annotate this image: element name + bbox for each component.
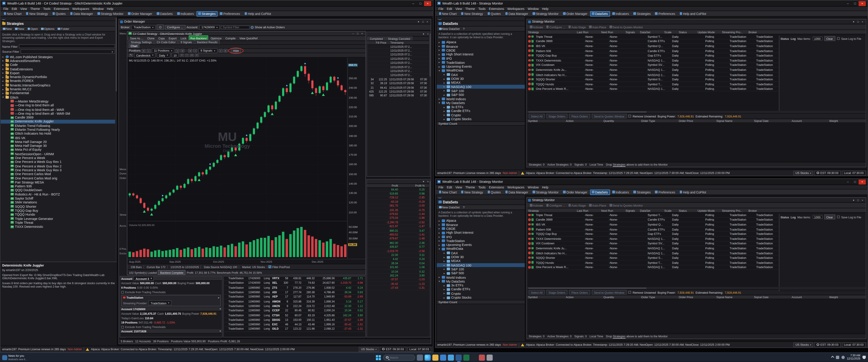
notification-bell-icon[interactable] bbox=[863, 356, 866, 359]
side-fragment[interactable]: 0 Positio bbox=[120, 248, 127, 250]
side-fragment[interactable]: Accoun bbox=[120, 224, 127, 227]
chart-scale-select[interactable]: Daily▾ bbox=[157, 53, 170, 58]
tree-item[interactable]: ▸ Code bbox=[0, 63, 117, 67]
tree-item[interactable]: SMA Variations bbox=[0, 200, 117, 204]
menu-item[interactable]: Workspaces bbox=[506, 7, 526, 10]
order-row[interactable]: 12/11/2025 07:2... bbox=[367, 65, 431, 69]
tree-item[interactable]: TQQQ Gap Buy bbox=[0, 208, 117, 213]
account1-select[interactable]: Account 3▾ bbox=[133, 276, 154, 281]
max-items-input[interactable] bbox=[812, 215, 822, 219]
profit-row[interactable]: 10.34 0.32 bbox=[367, 270, 431, 274]
sm-column-header[interactable]: Last Run bbox=[576, 208, 600, 212]
position-row[interactable]: TradeStation 11965960 Long GILD 17 123.2… bbox=[223, 327, 365, 332]
menu-item[interactable]: Tools bbox=[41, 7, 52, 10]
toolbar-button[interactable]: Help and CoPilot bbox=[243, 11, 273, 16]
profit-row[interactable]: -27.43 -1.31 bbox=[367, 286, 431, 290]
mail-icon[interactable] bbox=[448, 355, 454, 361]
dataset-tree-item[interactable]: ▸ 3x ETFs bbox=[437, 283, 525, 287]
tree-item[interactable]: One Percent a Week Guy Rev 3 bbox=[0, 168, 117, 172]
toolbar-button[interactable]: DataSets bbox=[155, 11, 175, 16]
tree-item[interactable]: Triple Threat bbox=[0, 221, 117, 225]
profit-row[interactable]: 39.34 0.04 bbox=[367, 261, 431, 266]
dataset-tree-item[interactable]: ▸ 3x ETFs bbox=[437, 105, 525, 109]
profit-row[interactable]: 4.42 0.24 bbox=[367, 257, 431, 261]
chart-tab-active[interactable]: Chart bbox=[128, 44, 140, 48]
expand-arrow-icon[interactable]: ▸ bbox=[443, 284, 445, 287]
menu-item[interactable]: Extensions bbox=[487, 185, 506, 189]
prev-position-button[interactable]: ‹ bbox=[147, 49, 151, 53]
dataset-tree-item[interactable]: ▸ Upcoming Events bbox=[437, 64, 525, 68]
profit-row[interactable]: 519.65 0.98 bbox=[367, 192, 431, 196]
expand-arrow-icon[interactable]: ▸ bbox=[438, 240, 440, 242]
dataset-tree-item[interactable]: ▸ Crypto Stocks bbox=[437, 117, 525, 121]
pp-col-profit-pct[interactable]: Profit % bbox=[399, 184, 426, 187]
profit-row[interactable]: 435.87 0.77 bbox=[367, 245, 431, 249]
tree-item[interactable]: Meta Half Damage 30 bbox=[0, 144, 117, 148]
expand-arrow-icon[interactable]: ▸ bbox=[443, 252, 445, 254]
select-all-button[interactable]: Select All bbox=[529, 114, 545, 118]
cp-tab[interactable]: Strategy Canceled bbox=[385, 37, 412, 40]
menu-item[interactable]: Window bbox=[526, 185, 540, 189]
tree-item[interactable]: —One ring to bind them all - WAR-SM bbox=[0, 112, 117, 116]
chart-toolbar-button[interactable]: View QuickRef bbox=[238, 35, 259, 40]
position-row[interactable]: TradeStation 11965960 Long AMZN 9 222.24… bbox=[223, 304, 365, 309]
file-explorer-icon[interactable] bbox=[432, 355, 438, 361]
tree-item[interactable]: Triple Leverage Generator bbox=[0, 217, 117, 221]
dataset-tree-item[interactable]: ▸ IPO bbox=[437, 57, 525, 61]
tree-item[interactable]: ▸ DataExtensions bbox=[0, 67, 117, 71]
zoom-out-icon[interactable]: − bbox=[185, 53, 189, 57]
send-to-quotes-button[interactable]: Send to Quotes Window bbox=[592, 114, 627, 118]
chart-type-select[interactable]: Candlestick▾ bbox=[134, 53, 156, 58]
sm-toolbar-button[interactable]: Auto-Place bbox=[588, 204, 607, 207]
signal-column-header[interactable]: Account bbox=[790, 119, 828, 122]
positions-select[interactable]: 11 Positions▾ bbox=[152, 48, 175, 53]
tree-item[interactable]: Robotics AI - Hit & Run - BOTZ bbox=[0, 192, 117, 196]
cw-minimize-button[interactable]: – bbox=[351, 32, 355, 35]
profit-row[interactable]: -275.04 -1.66 bbox=[367, 217, 431, 221]
sm-column-header[interactable]: Strategy bbox=[527, 208, 576, 212]
position-row[interactable]: TradeStation 11965960 Long ZTS 7 278.20 … bbox=[223, 286, 365, 290]
place-orders-button[interactable]: Place Orders bbox=[569, 290, 590, 295]
profit-row[interactable]: -2,290.78 -2.92 bbox=[367, 221, 431, 225]
drawing-tool-icon[interactable]: ✎ bbox=[129, 53, 133, 57]
menu-item[interactable]: Window bbox=[526, 7, 540, 10]
show-all-radio[interactable] bbox=[251, 26, 254, 28]
signal-column-header[interactable]: Weight bbox=[828, 296, 866, 299]
expand-arrow-icon[interactable]: ▸ bbox=[2, 55, 4, 58]
toolbar-button[interactable]: Strategy Monitor bbox=[530, 11, 560, 16]
tree-item[interactable]: Saylor Schiff bbox=[0, 196, 117, 200]
profit-row[interactable]: -1,019.70 -2.58 bbox=[367, 249, 431, 253]
toolbar-button[interactable]: Indicators bbox=[610, 11, 631, 16]
bar-spacing-value[interactable]: 10 bbox=[171, 53, 179, 58]
toolbar-button[interactable]: Preferences bbox=[653, 11, 677, 16]
market-selector[interactable]: US Stocks▾ bbox=[359, 346, 379, 352]
menu-item[interactable]: Workspaces bbox=[506, 185, 526, 189]
position-row[interactable]: TradeStation 11965960 Long CCEP 22 90.45… bbox=[223, 309, 365, 313]
order-row[interactable]: 085 90.87 12/11/2025 07:29:08 07:30 bbox=[367, 94, 431, 98]
sm-column-header[interactable]: Strategy bbox=[527, 30, 576, 33]
cp-titlebar[interactable]: ▾ × bbox=[367, 32, 431, 37]
wealth-lab-icon[interactable] bbox=[456, 355, 462, 361]
signal-column-header[interactable]: Symbol bbox=[527, 119, 565, 122]
sm-toolbar-button[interactable]: Auto-Place bbox=[588, 25, 607, 28]
tree-item[interactable]: Deterministic Knife Juggler bbox=[0, 119, 117, 123]
market-selector[interactable]: US Stocks▾ bbox=[793, 170, 813, 175]
position-row[interactable]: TradeStation 11965960 Long EXC 46 44.13 … bbox=[223, 323, 365, 327]
toolbar-button[interactable]: Indicators bbox=[610, 189, 631, 195]
expand-arrow-icon[interactable]: ▸ bbox=[438, 45, 440, 48]
tree-item[interactable]: —One ring to bind them all bbox=[0, 103, 117, 108]
profit-row[interactable]: -379.62 -1.44 bbox=[367, 213, 431, 217]
menu-item[interactable]: Theme bbox=[464, 185, 476, 189]
sm-horizontal-scrollbar[interactable] bbox=[527, 287, 866, 289]
expand-arrow-icon[interactable]: ▾ bbox=[438, 69, 440, 72]
account3-header[interactable]: Account: 21071928 ▾ bbox=[120, 329, 222, 334]
sm-column-header[interactable]: Update Mode bbox=[696, 208, 721, 212]
order-row[interactable]: 12/11/2025 07:2... bbox=[367, 49, 431, 53]
tree-item[interactable]: ▸ fenantic.DynamicPortfolio bbox=[0, 75, 117, 79]
tree-item[interactable]: EMartin Trend Following bbox=[0, 123, 117, 128]
order-row[interactable]: 32 39.19 12/11/2025 07:29:08 07:30 bbox=[367, 82, 431, 86]
dataset-tree-item[interactable]: ▸ World Indices bbox=[437, 275, 525, 279]
profit-row[interactable]: 22.30 0.11 bbox=[367, 253, 431, 257]
toolbar-button[interactable]: Quotes bbox=[486, 11, 503, 16]
tradestation-header[interactable]: TradeStation ▾ bbox=[122, 295, 220, 300]
